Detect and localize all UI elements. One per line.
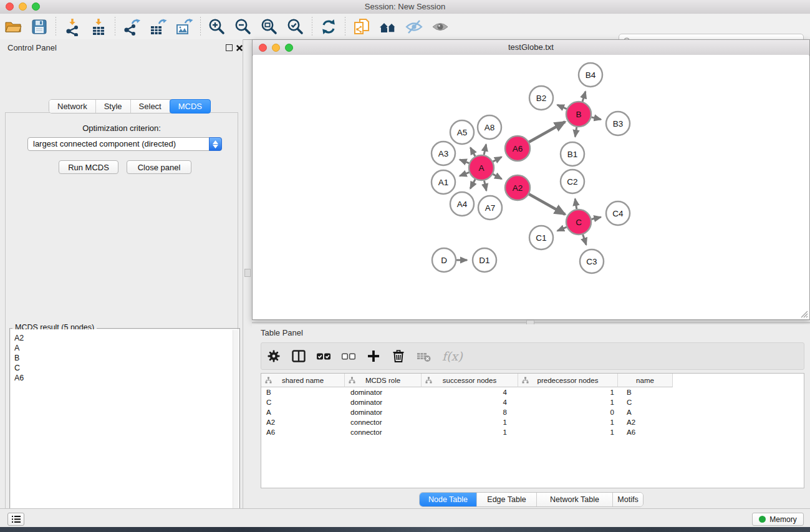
network-node-A7[interactable]: A7 — [478, 196, 502, 220]
edge-C-C1[interactable] — [557, 227, 567, 231]
network-node-A4[interactable]: A4 — [450, 192, 474, 216]
import-table-icon[interactable] — [89, 17, 108, 36]
edge-A-A4[interactable] — [470, 180, 475, 189]
hide-selected-icon[interactable] — [405, 17, 423, 36]
edge-A-A5[interactable] — [470, 148, 475, 157]
function-builder-icon[interactable]: f(x) — [442, 349, 463, 363]
network-node-A8[interactable]: A8 — [478, 115, 501, 139]
criterion-dropdown[interactable]: largest connected component (directed) — [27, 137, 222, 151]
tab-motifs[interactable]: Motifs — [613, 493, 643, 506]
mcds-result-list[interactable]: A2 A B C A6 — [11, 329, 239, 532]
node-table[interactable]: shared name MCDS role successor nodes pr… — [261, 373, 804, 488]
result-item[interactable]: C — [14, 363, 239, 373]
zoom-in-icon[interactable] — [208, 17, 226, 36]
table-row[interactable]: A2connector 11 A2 — [261, 417, 804, 427]
table-row[interactable]: A6connector 11 A6 — [261, 427, 804, 437]
network-node-B4[interactable]: B4 — [579, 63, 602, 87]
result-item[interactable]: A2 — [14, 333, 239, 343]
network-node-B3[interactable]: B3 — [606, 112, 630, 135]
column-header-name[interactable]: name — [618, 374, 673, 387]
network-node-C2[interactable]: C2 — [561, 170, 584, 193]
column-header-mcds-role[interactable]: MCDS role — [345, 374, 422, 387]
network-node-B[interactable]: B — [566, 102, 591, 127]
new-network-from-selection-icon[interactable] — [352, 17, 371, 36]
result-item[interactable]: B — [14, 353, 239, 363]
network-node-A1[interactable]: A1 — [432, 170, 455, 194]
edge-C-C2[interactable] — [575, 199, 577, 210]
zoom-selected-icon[interactable] — [286, 17, 305, 36]
select-all-rows-icon[interactable] — [316, 348, 332, 364]
export-network-icon[interactable] — [122, 17, 141, 36]
tab-select[interactable]: Select — [131, 100, 170, 113]
delete-columns-icon[interactable] — [390, 348, 407, 364]
add-column-icon[interactable] — [365, 348, 382, 364]
column-header-predecessor-nodes[interactable]: predecessor nodes — [518, 374, 618, 387]
edge-B-B2[interactable] — [557, 105, 567, 109]
delete-table-icon[interactable] — [415, 348, 432, 364]
edge-A-A2[interactable] — [493, 174, 501, 179]
network-node-C4[interactable]: C4 — [606, 201, 630, 225]
edge-B-B1[interactable] — [575, 127, 576, 137]
zoom-fit-icon[interactable] — [260, 17, 279, 36]
edge-A-A8[interactable] — [484, 144, 486, 155]
close-panel-icon[interactable] — [236, 44, 243, 52]
edge-A2-C[interactable] — [529, 194, 565, 214]
deselect-all-rows-icon[interactable] — [340, 348, 357, 364]
edge-A-A7[interactable] — [484, 181, 486, 191]
edge-C-C4[interactable] — [591, 217, 600, 219]
network-node-A6[interactable]: A6 — [505, 136, 530, 161]
network-node-C[interactable]: C — [566, 210, 591, 235]
edge-A-A3[interactable] — [460, 160, 469, 163]
table-row[interactable]: Cdominator 41 C — [261, 397, 804, 407]
import-network-icon[interactable] — [63, 17, 82, 36]
tab-network[interactable]: Network — [49, 100, 96, 113]
column-header-shared-name[interactable]: shared name — [261, 374, 345, 387]
result-scrollbar[interactable] — [233, 330, 238, 532]
refresh-icon[interactable] — [319, 17, 338, 36]
task-history-button[interactable] — [7, 513, 24, 526]
zoom-out-icon[interactable] — [234, 17, 253, 36]
network-node-C1[interactable]: C1 — [529, 226, 553, 249]
network-node-A[interactable]: A — [469, 155, 494, 180]
edge-B-B3[interactable] — [591, 117, 600, 120]
edge-A-A6[interactable] — [493, 157, 502, 162]
open-session-icon[interactable] — [4, 17, 22, 36]
network-node-D[interactable]: D — [432, 248, 456, 272]
network-node-A5[interactable]: A5 — [450, 120, 474, 144]
resize-grip-icon[interactable] — [800, 310, 808, 318]
network-canvas[interactable]: B4B2BB3A8A5A6B1A3AA1C2A2A4A7C4CC1C3DD1 — [253, 55, 809, 319]
tab-mcds[interactable]: MCDS — [170, 99, 211, 114]
first-neighbors-icon[interactable] — [378, 17, 397, 36]
float-panel-icon[interactable] — [226, 44, 233, 51]
run-mcds-button[interactable]: Run MCDS — [59, 160, 118, 174]
column-header-successor-nodes[interactable]: successor nodes — [422, 374, 518, 387]
network-node-A3[interactable]: A3 — [432, 142, 455, 165]
memory-button[interactable]: Memory — [752, 513, 804, 526]
edge-A6-B[interactable] — [529, 122, 565, 142]
tab-style[interactable]: Style — [96, 100, 131, 113]
edge-A-A1[interactable] — [460, 172, 469, 176]
vertical-splitter-handle[interactable] — [244, 269, 251, 277]
edge-C-C3[interactable] — [583, 235, 587, 245]
export-table-icon[interactable] — [148, 17, 167, 36]
tab-node-table[interactable]: Node Table — [420, 493, 477, 506]
network-node-C3[interactable]: C3 — [580, 249, 604, 273]
table-row[interactable]: Adominator 80 A — [261, 407, 804, 417]
tab-network-table[interactable]: Network Table — [537, 493, 613, 506]
result-item[interactable]: A6 — [14, 373, 239, 383]
network-node-A2[interactable]: A2 — [505, 175, 530, 200]
show-columns-icon[interactable] — [291, 348, 307, 364]
close-panel-button[interactable]: Close panel — [127, 160, 191, 174]
edge-B-B4[interactable] — [582, 92, 586, 102]
result-item[interactable]: A — [14, 343, 239, 353]
tab-edge-table[interactable]: Edge Table — [477, 493, 537, 506]
table-row[interactable]: Bdominator 41 B — [261, 387, 804, 397]
save-session-icon[interactable] — [30, 17, 49, 36]
network-node-B2[interactable]: B2 — [529, 86, 553, 110]
table-settings-icon[interactable] — [266, 348, 282, 364]
network-node-D1[interactable]: D1 — [473, 248, 496, 272]
export-image-icon[interactable] — [175, 17, 193, 36]
show-all-icon[interactable] — [431, 17, 450, 36]
network-window-titlebar[interactable]: testGlobe.txt — [253, 40, 809, 56]
network-node-B1[interactable]: B1 — [561, 142, 584, 166]
